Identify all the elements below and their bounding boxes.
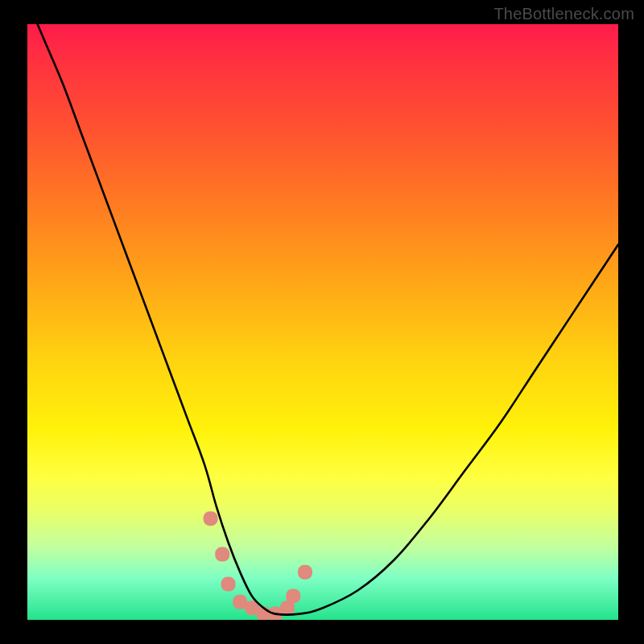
chart-plot-area — [27, 24, 618, 620]
chart-svg — [27, 24, 618, 620]
valley-marker — [298, 565, 312, 580]
valley-marker — [215, 547, 229, 562]
valley-marker — [286, 588, 300, 603]
watermark-text: TheBottleneck.com — [493, 5, 634, 23]
chart-frame: TheBottleneck.com — [0, 0, 644, 644]
valley-marker — [221, 577, 236, 592]
bottleneck-curve — [27, 24, 618, 615]
valley-marker — [204, 511, 218, 526]
